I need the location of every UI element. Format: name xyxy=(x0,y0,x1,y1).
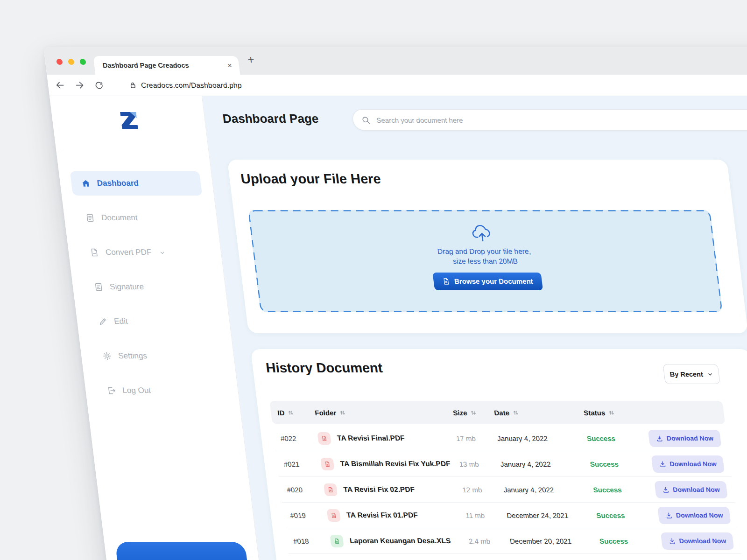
browser-tab[interactable]: Dashboard Page Creadocs × xyxy=(93,56,240,75)
file-size: 12 mb xyxy=(462,486,504,494)
tab-title: Dashboard Page Creadocs xyxy=(102,62,228,69)
file-size: 17 mb xyxy=(456,434,498,442)
sort-icon xyxy=(512,410,519,416)
forward-icon xyxy=(74,80,85,90)
browse-document-button[interactable]: Browse your Document xyxy=(433,273,543,290)
dropzone-hint: Drag and Drop your file here, size less … xyxy=(437,247,533,266)
sort-icon xyxy=(287,410,294,416)
history-table: ID Folder Size xyxy=(269,401,741,554)
table-body: #022 TA Revisi Final.PDF 17 mb January 4… xyxy=(273,426,741,554)
download-button[interactable]: Download Now xyxy=(648,430,721,447)
forward-button[interactable] xyxy=(74,80,86,91)
sort-dropdown[interactable]: By Recent xyxy=(662,364,720,384)
back-button[interactable] xyxy=(55,80,66,91)
file-name: TA Revisi Final.PDF xyxy=(337,434,405,442)
status-badge: Success xyxy=(586,434,640,442)
sidebar-item-dashboard[interactable]: Dashboard xyxy=(70,171,202,196)
file-size: 13 mb xyxy=(459,460,501,468)
column-header-folder[interactable]: Folder xyxy=(314,409,453,417)
download-icon xyxy=(668,538,676,545)
file-type-icon xyxy=(317,432,331,445)
sort-icon xyxy=(608,410,615,416)
creadocs-logo xyxy=(116,108,141,131)
signature-icon xyxy=(93,282,105,292)
file-size: 11 mb xyxy=(465,511,507,519)
lock-icon[interactable] xyxy=(128,81,137,89)
close-tab-icon[interactable]: × xyxy=(227,62,233,70)
file-date: January 4, 2022 xyxy=(503,486,593,494)
reload-button[interactable] xyxy=(94,80,106,91)
convert-pdf-icon xyxy=(89,248,100,258)
column-header-status[interactable]: Status xyxy=(583,409,636,417)
sidebar-menu: Dashboard Document Convert PDF xyxy=(59,171,240,403)
back-icon xyxy=(55,80,66,90)
chevron-down-icon xyxy=(707,371,713,377)
address-bar[interactable]: Creadocs.com/Dashboard.php xyxy=(141,81,242,90)
download-button[interactable]: Download Now xyxy=(651,455,725,473)
download-icon xyxy=(662,486,669,493)
history-title: History Document xyxy=(265,360,384,376)
download-button[interactable]: Download Now xyxy=(654,481,728,498)
column-header-date[interactable]: Date xyxy=(493,409,584,417)
sidebar-item-settings[interactable]: Settings xyxy=(91,344,223,368)
sidebar-item-convert-pdf[interactable]: Convert PDF xyxy=(78,240,211,265)
column-header-id[interactable]: ID xyxy=(277,409,315,417)
file-name: TA Revisi Fix 01.PDF xyxy=(346,511,418,519)
main-content: Dashboard Page Upload your File Here xyxy=(202,96,747,560)
download-icon xyxy=(665,512,673,519)
document-icon xyxy=(85,213,96,223)
chevron-down-icon xyxy=(159,250,166,256)
traffic-light-minimize-button[interactable] xyxy=(68,59,75,65)
upload-dropzone[interactable]: Drag and Drop your file here, size less … xyxy=(248,210,723,312)
file-name: TA Revisi Fix 02.PDF xyxy=(343,485,415,494)
cloud-upload-icon xyxy=(469,222,495,245)
edit-pencil-icon xyxy=(98,317,109,327)
table-row: #019 TA Revisi Fix 01.PDF 11 mb December… xyxy=(282,503,738,528)
traffic-light-close-button[interactable] xyxy=(56,59,63,65)
table-row: #020 TA Revisi Fix 02.PDF 12 mb January … xyxy=(279,477,735,503)
search-input[interactable] xyxy=(375,116,747,125)
column-header-size[interactable]: Size xyxy=(452,409,494,417)
status-badge: Success xyxy=(596,511,649,519)
sidebar-item-document[interactable]: Document xyxy=(74,206,206,230)
file-type-icon xyxy=(330,535,344,547)
gear-icon xyxy=(102,351,113,361)
traffic-light-zoom-button[interactable] xyxy=(79,59,86,65)
file-type-icon xyxy=(320,458,334,470)
row-id: #022 xyxy=(280,434,318,442)
table-row: #021 TA Bismillah Revisi Fix Yuk.PDF 13 … xyxy=(275,451,732,477)
row-id: #018 xyxy=(293,537,331,545)
reload-icon xyxy=(94,81,104,90)
file-date: January 4, 2022 xyxy=(497,434,587,442)
table-row: #022 TA Revisi Final.PDF 17 mb January 4… xyxy=(273,426,729,451)
row-id: #019 xyxy=(289,511,328,519)
history-card: History Document By Recent ID Fold xyxy=(251,349,747,560)
download-button[interactable]: Download Now xyxy=(657,507,731,524)
sidebar-item-logout[interactable]: Log Out xyxy=(95,378,227,403)
sort-icon xyxy=(339,410,346,416)
status-badge: Success xyxy=(599,537,652,545)
logout-icon xyxy=(106,386,117,396)
download-button[interactable]: Download Now xyxy=(660,532,734,550)
desktop-background: Dashboard Page Creadocs × + Creadocs.com… xyxy=(0,0,747,560)
file-type-icon xyxy=(324,483,338,496)
tab-strip: Dashboard Page Creadocs × + xyxy=(43,47,747,75)
page-body: Dashboard Document Convert PDF xyxy=(49,96,747,560)
status-badge: Success xyxy=(592,486,646,494)
file-date: January 4, 2022 xyxy=(500,460,591,468)
new-tab-button[interactable]: + xyxy=(247,54,255,66)
sidebar-item-edit[interactable]: Edit xyxy=(87,309,219,334)
table-header-row: ID Folder Size xyxy=(269,401,725,424)
search-bar xyxy=(351,109,747,131)
file-name: Laporan Keuangan Desa.XLS xyxy=(349,537,451,545)
file-size: 2.4 mb xyxy=(468,537,510,545)
sidebar-bottom-button[interactable] xyxy=(115,542,250,560)
sidebar-item-signature[interactable]: Signature xyxy=(83,275,215,299)
status-badge: Success xyxy=(590,460,643,468)
table-row: #018 Laporan Keuangan Desa.XLS 2.4 mb De… xyxy=(285,528,741,554)
browser-toolbar: Creadocs.com/Dashboard.php xyxy=(47,75,747,96)
search-icon xyxy=(361,116,371,125)
download-icon xyxy=(655,435,663,442)
file-name: TA Bismillah Revisi Fix Yuk.PDF xyxy=(340,460,451,468)
file-type-icon xyxy=(327,509,341,522)
